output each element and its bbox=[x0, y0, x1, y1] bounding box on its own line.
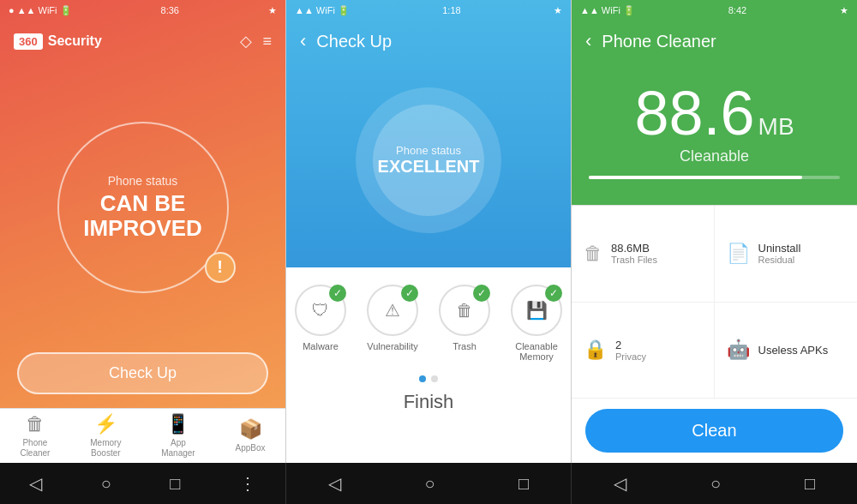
cleanup-privacy: 🔒 2 Privacy bbox=[572, 303, 715, 399]
home-sys-btn-2[interactable]: ○ bbox=[411, 471, 448, 497]
trash-files-value: 88.6MB bbox=[611, 242, 657, 255]
back-sys-btn-1[interactable]: ◁ bbox=[15, 470, 56, 497]
nav-memory-booster[interactable]: ⚡ MemoryBooster bbox=[83, 410, 128, 462]
status-left-icon: ● ▲▲ WiFi 🔋 bbox=[9, 5, 72, 16]
screen2-header: ‹ Check Up bbox=[286, 21, 571, 62]
sys-nav-2: ◁ ○ □ bbox=[285, 463, 572, 504]
recents-sys-btn-2[interactable]: □ bbox=[505, 471, 542, 497]
cleanable-area: 88.6 MB Cleanable bbox=[572, 62, 857, 205]
nav-app-manager[interactable]: 📱 AppManager bbox=[154, 410, 201, 462]
checkup-results: 🛡 ✓ Malware ⚠ ✓ Vulnerability 🗑 ✓ bbox=[286, 267, 571, 463]
trash-files-label: Trash Files bbox=[611, 255, 657, 265]
bottom-nav-1: 🗑 PhoneCleaner ⚡ MemoryBooster 📱 AppMana… bbox=[0, 408, 285, 463]
screen3-header: ‹ Phone Cleaner bbox=[572, 21, 857, 62]
check-up-button[interactable]: Check Up bbox=[17, 352, 268, 394]
check-cleanable-memory: 💾 ✓ CleanableMemory bbox=[511, 285, 562, 362]
outer-circle: Phone status EXCELLENT bbox=[356, 87, 501, 233]
logo-badge: 360 bbox=[14, 33, 43, 50]
back-button-3[interactable]: ‹ bbox=[585, 30, 591, 52]
trash-files-icon: 🗑 bbox=[584, 243, 602, 265]
malware-label: Malware bbox=[303, 341, 339, 351]
status3-left: ▲▲ WiFi 🔋 bbox=[580, 5, 635, 16]
malware-tick: ✓ bbox=[329, 285, 346, 302]
back-button-2[interactable]: ‹ bbox=[300, 30, 306, 52]
header-icons: ◇ ≡ bbox=[240, 32, 272, 51]
app-logo: 360 Security bbox=[14, 33, 102, 50]
progress-bar-fill bbox=[589, 176, 802, 179]
circle-status: EXCELLENT bbox=[378, 157, 480, 177]
back-sys-btn-3[interactable]: ◁ bbox=[600, 470, 640, 497]
screen3-title: Phone Cleaner bbox=[602, 32, 716, 51]
status-circle: Phone status CAN BEIMPROVED ! bbox=[57, 122, 229, 293]
memory-booster-icon: ⚡ bbox=[94, 413, 117, 435]
vulnerability-icon: ⚠ bbox=[385, 300, 400, 321]
status2-time: 1:18 bbox=[442, 5, 460, 15]
check-circle-vulnerability: ⚠ ✓ bbox=[367, 285, 418, 336]
privacy-icon: 🔒 bbox=[584, 339, 607, 361]
cleanable-memory-icon: 💾 bbox=[526, 300, 548, 321]
nav-appbox[interactable]: 📦 AppBox bbox=[229, 415, 273, 457]
app-manager-label: AppManager bbox=[161, 438, 195, 459]
nav-phone-cleaner[interactable]: 🗑 PhoneCleaner bbox=[13, 410, 57, 462]
status-text: CAN BEIMPROVED bbox=[83, 191, 202, 240]
cleanup-uninstall-residual: 📄 Uninstall Residual bbox=[715, 206, 858, 303]
home-sys-btn-1[interactable]: ○ bbox=[87, 471, 125, 497]
app-manager-icon: 📱 bbox=[166, 413, 189, 435]
home-sys-btn-3[interactable]: ○ bbox=[697, 471, 734, 497]
privacy-label: Privacy bbox=[615, 351, 646, 362]
dots-indicator bbox=[419, 375, 438, 382]
cleanup-trash-files: 🗑 88.6MB Trash Files bbox=[572, 206, 715, 303]
vulnerability-tick: ✓ bbox=[401, 285, 418, 302]
check-malware: 🛡 ✓ Malware bbox=[295, 285, 346, 362]
menu-icon[interactable]: ≡ bbox=[262, 33, 272, 51]
trash-label: Trash bbox=[452, 341, 476, 351]
dot-1 bbox=[419, 375, 426, 382]
malware-icon: 🛡 bbox=[312, 301, 329, 321]
cleanable-label: CleanableMemory bbox=[515, 341, 558, 362]
trash-files-text: 88.6MB Trash Files bbox=[611, 242, 657, 265]
menu-sys-btn-1[interactable]: ⋮ bbox=[225, 470, 270, 497]
main-status-area: Phone status CAN BEIMPROVED ! bbox=[0, 62, 285, 352]
sys-nav-1: ◁ ○ □ ⋮ bbox=[0, 463, 285, 504]
screen-main: ● ▲▲ WiFi 🔋 8:36 ★ 360 Security ◇ ≡ Phon… bbox=[0, 0, 285, 463]
residual-value: Uninstall bbox=[758, 242, 801, 255]
screen2-title: Check Up bbox=[316, 32, 392, 51]
status-time-1: 8:36 bbox=[161, 5, 179, 15]
useless-apks-text: Useless APKs bbox=[758, 344, 829, 357]
status-right-icon: ★ bbox=[268, 5, 277, 16]
appbox-icon: 📦 bbox=[239, 418, 262, 441]
status2-right: ★ bbox=[554, 5, 562, 16]
cleanable-label: Cleanable bbox=[680, 147, 749, 165]
cleanable-tick: ✓ bbox=[545, 285, 562, 302]
privacy-value: 2 bbox=[615, 339, 646, 351]
cleanable-number: 88.6 bbox=[634, 82, 754, 144]
system-nav-row: ◁ ○ □ ⋮ ◁ ○ □ ◁ ○ □ bbox=[0, 463, 857, 504]
privacy-text: 2 Privacy bbox=[615, 339, 646, 362]
recents-sys-btn-3[interactable]: □ bbox=[791, 471, 829, 497]
clean-button[interactable]: Clean bbox=[585, 409, 843, 453]
residual-icon: 📄 bbox=[727, 243, 750, 265]
warning-badge: ! bbox=[205, 252, 236, 283]
status3-time: 8:42 bbox=[728, 5, 746, 15]
back-sys-btn-2[interactable]: ◁ bbox=[315, 470, 355, 497]
screen2-top: ▲▲ WiFi 🔋 1:18 ★ ‹ Check Up Phone status… bbox=[286, 0, 571, 267]
phone-status-label: Phone status bbox=[108, 174, 178, 188]
phone-cleaner-label: PhoneCleaner bbox=[20, 438, 50, 459]
dot-2 bbox=[431, 375, 438, 382]
diamond-icon[interactable]: ◇ bbox=[240, 32, 252, 51]
clean-button-area: Clean bbox=[572, 399, 857, 463]
memory-booster-label: MemoryBooster bbox=[90, 438, 121, 459]
sys-nav-3: ◁ ○ □ bbox=[572, 463, 857, 504]
progress-bar bbox=[589, 176, 840, 179]
useless-apks-value: Useless APKs bbox=[758, 344, 829, 357]
screen3-top: ▲▲ WiFi 🔋 8:42 ★ ‹ Phone Cleaner 88.6 MB… bbox=[572, 0, 857, 205]
inner-circle: Phone status EXCELLENT bbox=[373, 105, 484, 216]
check-circle-malware: 🛡 ✓ bbox=[295, 285, 346, 336]
status-bar-1: ● ▲▲ WiFi 🔋 8:36 ★ bbox=[0, 0, 285, 21]
check-circle-trash: 🗑 ✓ bbox=[439, 285, 490, 336]
status2-left: ▲▲ WiFi 🔋 bbox=[295, 5, 350, 16]
check-vulnerability: ⚠ ✓ Vulnerability bbox=[367, 285, 418, 362]
residual-text: Uninstall Residual bbox=[758, 242, 801, 265]
status3-right: ★ bbox=[840, 5, 848, 16]
recents-sys-btn-1[interactable]: □ bbox=[156, 471, 194, 497]
